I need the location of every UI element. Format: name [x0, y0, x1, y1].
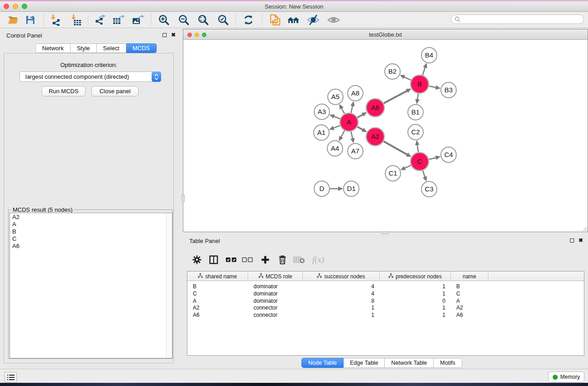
graph-edge-B-B2[interactable]	[401, 76, 411, 80]
zoom-out-icon[interactable]	[177, 14, 190, 26]
main-titlebar[interactable]: Session: New Session	[0, 1, 588, 12]
graph-node-A1[interactable]: A1	[314, 125, 329, 140]
graph-node-B1[interactable]: B1	[408, 105, 423, 120]
graph-node-C3[interactable]: C3	[421, 181, 437, 197]
graph-edge-C-C4[interactable]	[429, 157, 439, 159]
graph-node-B2[interactable]: B2	[385, 64, 400, 79]
mcds-result-item[interactable]: A	[10, 220, 172, 228]
scrollbar-track[interactable]	[166, 213, 172, 358]
close-window-icon[interactable]	[187, 33, 192, 37]
float-panel-icon[interactable]	[163, 33, 167, 37]
table-cell[interactable]: A2	[456, 304, 483, 311]
graph-edge-C-C2[interactable]	[417, 142, 418, 152]
show-all-icon[interactable]	[327, 14, 340, 26]
close-panel-button[interactable]: Close panel	[91, 86, 139, 96]
tab-motifs[interactable]: Motifs	[434, 358, 462, 368]
graph-edge-A-A4[interactable]	[339, 131, 344, 140]
close-panel-icon[interactable]: ✖	[171, 33, 176, 37]
graph-node-A8[interactable]: A8	[348, 86, 363, 101]
table-cell[interactable]: 1	[308, 304, 374, 311]
network-view-window[interactable]: testGlobe.txt B4B2BB3A8A5A6A3B1AA1C2A2A4…	[183, 29, 588, 232]
open-file-icon[interactable]	[7, 14, 19, 26]
graph-node-A2[interactable]: A2	[366, 128, 384, 146]
resize-corner-icon[interactable]	[582, 226, 588, 232]
graph-node-B3[interactable]: B3	[441, 82, 456, 98]
select-all-icon[interactable]	[225, 253, 238, 267]
table-cell[interactable]: A	[456, 297, 483, 305]
column-header-successor-nodes[interactable]: successor nodes	[303, 272, 380, 281]
tab-edge-table[interactable]: Edge Table	[344, 358, 385, 368]
task-history-button[interactable]	[5, 372, 17, 382]
table-cell[interactable]: 1	[385, 283, 445, 290]
zoom-in-icon[interactable]	[158, 14, 170, 26]
table-cell[interactable]: A6	[193, 311, 243, 319]
mcds-result-item[interactable]: C	[10, 235, 172, 242]
close-window-icon[interactable]	[4, 4, 9, 9]
float-panel-icon[interactable]	[570, 238, 574, 243]
graph-edge-A-A7[interactable]	[351, 132, 353, 142]
table-cell[interactable]: 1	[385, 304, 445, 311]
graph-edge-A-A6[interactable]	[357, 113, 366, 118]
graph-node-B4[interactable]: B4	[421, 48, 437, 63]
table-cell[interactable]: 4	[308, 283, 374, 290]
run-mcds-button[interactable]: Run MCDS	[42, 86, 86, 96]
table-cell[interactable]: 1	[385, 311, 445, 319]
table-cell[interactable]: B	[193, 283, 243, 290]
tab-network[interactable]: Network	[35, 43, 71, 53]
column-header-MCDS-role[interactable]: MCDS role	[248, 272, 303, 281]
graph-node-D1[interactable]: D1	[344, 181, 359, 196]
network-canvas[interactable]: B4B2BB3A8A5A6A3B1AA1C2A2A4A7C4CC1DD1C3	[184, 40, 587, 232]
first-neighbors-icon[interactable]	[287, 14, 300, 26]
table-cell[interactable]: connector	[253, 304, 297, 311]
graph-node-A[interactable]: A	[340, 113, 358, 131]
graph-edge-A-A1[interactable]	[330, 125, 340, 129]
zoom-selected-icon[interactable]	[217, 14, 229, 26]
node-table[interactable]: shared nameMCDS rolesuccessor nodesprede…	[187, 271, 584, 356]
function-builder-icon[interactable]: f(x)	[311, 253, 325, 267]
mcds-result-item[interactable]: B	[10, 228, 172, 235]
tab-select[interactable]: Select	[97, 43, 126, 53]
tab-mcds[interactable]: MCDS	[126, 43, 157, 53]
tab-node-table[interactable]: Node Table	[301, 358, 344, 368]
graph-node-C4[interactable]: C4	[441, 147, 456, 162]
export-network-icon[interactable]	[93, 14, 106, 26]
save-session-icon[interactable]	[24, 14, 37, 26]
graph-node-A3[interactable]: A3	[314, 104, 330, 119]
import-table-icon[interactable]	[69, 14, 82, 26]
graph-node-C2[interactable]: C2	[408, 124, 423, 140]
graph-edge-A-A3[interactable]	[331, 115, 340, 119]
memory-button[interactable]: Memory	[548, 372, 584, 382]
table-cell[interactable]: dominator	[253, 297, 297, 305]
graph-edge-A2-C[interactable]	[383, 141, 410, 156]
mcds-result-item[interactable]: A2	[10, 213, 172, 220]
table-cell[interactable]: C	[456, 290, 483, 297]
table-cell[interactable]: C	[193, 290, 243, 297]
show-column-icon[interactable]	[207, 253, 220, 267]
export-image-icon[interactable]	[132, 14, 144, 26]
graph-edge-A6-B[interactable]	[384, 89, 410, 103]
clone-network-icon[interactable]	[269, 14, 282, 26]
graph-node-B[interactable]: B	[411, 75, 429, 93]
graph-edge-A-A2[interactable]	[357, 127, 366, 131]
splitpane-grip[interactable]	[182, 195, 185, 202]
table-cell[interactable]: A6	[456, 311, 483, 319]
table-cell[interactable]: A2	[193, 304, 243, 311]
mcds-result-item[interactable]: A6	[10, 242, 172, 249]
refresh-layout-icon[interactable]	[242, 14, 255, 26]
graph-edge-C-C3[interactable]	[423, 171, 426, 180]
maximize-window-icon[interactable]	[22, 4, 27, 9]
graph-edge-A-A8[interactable]	[351, 103, 353, 113]
tab-network-table[interactable]: Network Table	[385, 358, 434, 368]
delete-table-icon[interactable]	[292, 253, 306, 267]
graph-edge-B-B4[interactable]	[423, 64, 426, 75]
export-table-icon[interactable]	[112, 14, 125, 26]
graph-node-A5[interactable]: A5	[328, 89, 343, 105]
graph-node-A7[interactable]: A7	[348, 143, 363, 159]
graph-node-A6[interactable]: A6	[366, 99, 384, 117]
graph-node-A4[interactable]: A4	[327, 141, 343, 156]
table-cell[interactable]: 0	[385, 297, 445, 305]
graph-edge-B-B1[interactable]	[417, 94, 418, 103]
column-header-shared-name[interactable]: shared name	[187, 272, 248, 281]
column-header-predecessor-nodes[interactable]: predecessor nodes	[380, 272, 451, 281]
graph-edge-B-B3[interactable]	[429, 86, 440, 88]
